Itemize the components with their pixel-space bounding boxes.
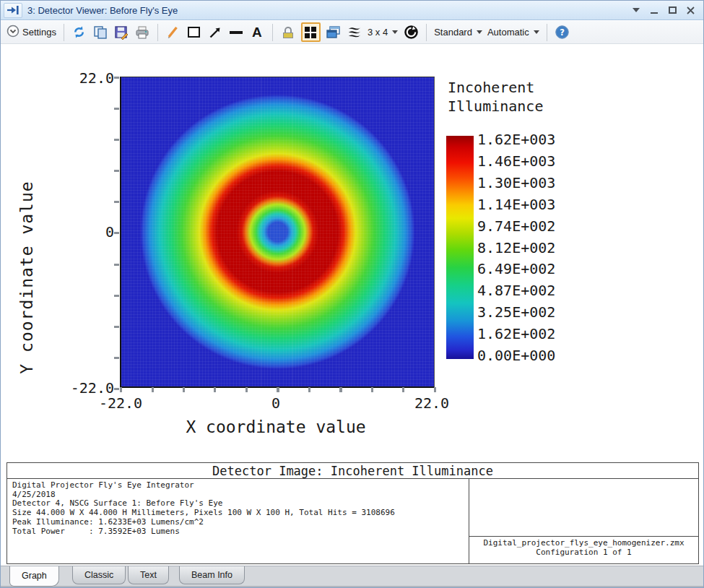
detector-info-panel: Detector Image: Incoherent Illuminance D… xyxy=(6,462,699,564)
save-icon[interactable] xyxy=(113,25,129,40)
automatic-label: Automatic xyxy=(487,27,529,38)
title-bar: 3: Detector Viewer: Before Fly's Eye xyxy=(1,1,703,20)
info-right-cell: Digital_projector_flys_eye_homogenizer.z… xyxy=(469,479,698,563)
toolbar: Settings xyxy=(1,21,703,44)
automatic-dropdown[interactable]: Automatic xyxy=(487,27,539,38)
tab-classic[interactable]: Classic xyxy=(72,566,126,584)
colorbar-label: 1.14E+003 xyxy=(477,197,555,212)
configuration-box: Digital_projector_flys_eye_homogenizer.z… xyxy=(469,536,698,563)
info-text-block: Digital Projector Fly's Eye Integrator 4… xyxy=(7,479,469,563)
grid-size-label: 3 x 4 xyxy=(368,27,388,38)
x-tick-label: -22.0 xyxy=(92,395,149,411)
legend-title-line1: Incoherent xyxy=(448,78,543,97)
settings-label: Settings xyxy=(22,27,56,38)
colorbar-label: 0.00E+000 xyxy=(477,348,555,363)
svg-text:?: ? xyxy=(560,27,565,38)
colorbar-label: 9.74E+002 xyxy=(477,219,555,234)
window-title: 3: Detector Viewer: Before Fly's Eye xyxy=(27,5,178,16)
settings-expander-icon xyxy=(6,25,19,40)
detector-viewer-window: 3: Detector Viewer: Before Fly's Eye Set… xyxy=(0,0,704,588)
grid-size-dropdown[interactable]: 3 x 4 xyxy=(368,27,398,38)
standard-dropdown[interactable]: Standard xyxy=(434,27,482,38)
y-tick-label: 22.0 xyxy=(69,70,114,86)
detector-heatmap xyxy=(120,77,435,388)
colorbar-label: 1.62E+002 xyxy=(477,327,555,342)
legend-title: Incoherent Illuminance xyxy=(448,78,543,116)
info-line-peak: Peak Illuminance: 1.6233E+03 Lumens/cm^2 xyxy=(12,518,469,527)
toolbar-separator xyxy=(157,24,158,41)
toolbar-separator xyxy=(64,24,64,41)
settings-button[interactable]: Settings xyxy=(6,25,56,40)
legend-title-line2: Illuminance xyxy=(448,97,543,116)
colorbar xyxy=(446,136,474,359)
tab-graph[interactable]: Graph xyxy=(9,566,59,587)
layers-icon[interactable] xyxy=(347,25,362,40)
info-line-power: Total Power : 7.3592E+03 Lumens xyxy=(12,527,469,537)
colorbar-label: 6.49E+002 xyxy=(477,261,555,277)
x-axis-title: X coordinate value xyxy=(186,418,365,436)
minimize-icon[interactable] xyxy=(648,4,660,16)
y-axis-title: Y coordinate value xyxy=(17,181,36,373)
print-icon[interactable] xyxy=(134,25,150,40)
info-panel-header: Detector Image: Incoherent Illuminance xyxy=(7,463,698,479)
line-icon[interactable] xyxy=(228,25,244,40)
toolbar-separator xyxy=(547,24,547,41)
colorbar-label: 3.25E+002 xyxy=(477,305,555,320)
colorbar-label: 1.46E+003 xyxy=(477,154,555,169)
text-icon[interactable]: A xyxy=(249,25,265,40)
x-tick-label: 0 xyxy=(247,395,305,411)
help-icon[interactable]: ? xyxy=(555,25,570,40)
quad-view-icon[interactable] xyxy=(301,22,321,42)
arrow-icon[interactable] xyxy=(207,25,223,40)
config-number: Configuration 1 of 1 xyxy=(469,548,698,558)
info-line-size: Size 44.000 W X 44.000 H Millimeters, Pi… xyxy=(12,509,469,518)
refresh-icon[interactable] xyxy=(71,25,87,40)
colorbar-label: 1.62E+003 xyxy=(477,132,555,147)
colorbar-label: 1.30E+003 xyxy=(477,176,555,191)
x-axis-ticks xyxy=(120,387,436,392)
colorbar-label: 8.12E+002 xyxy=(477,241,555,256)
chevron-down-icon xyxy=(477,30,482,34)
chevron-down-icon xyxy=(392,30,398,34)
window-controls xyxy=(630,4,703,16)
toolbar-separator xyxy=(426,24,427,41)
rectangle-icon[interactable] xyxy=(186,25,202,40)
detector-viewer-icon xyxy=(4,3,22,18)
chevron-down-icon[interactable] xyxy=(630,4,642,16)
chevron-down-icon xyxy=(534,30,539,34)
y-axis-ticks xyxy=(114,77,119,390)
y-tick-label: -22.0 xyxy=(69,380,114,396)
graph-area: Y coordinate value 22.0 0 -22.0 -22.0 0 … xyxy=(1,45,704,461)
maximize-icon[interactable] xyxy=(666,4,678,16)
tab-beam-info[interactable]: Beam Info xyxy=(179,566,245,584)
tab-text[interactable]: Text xyxy=(128,566,169,584)
lock-icon[interactable] xyxy=(280,25,296,40)
colorbar-label: 4.87E+002 xyxy=(477,283,555,298)
cascade-windows-icon[interactable] xyxy=(326,25,342,40)
toolbar-separator xyxy=(272,24,273,41)
close-icon[interactable] xyxy=(685,4,696,16)
info-line-title: Digital Projector Fly's Eye Integrator xyxy=(12,481,469,490)
clock-refresh-icon[interactable] xyxy=(403,25,419,40)
x-tick-label: 22.0 xyxy=(403,395,461,411)
pencil-icon[interactable] xyxy=(165,25,181,40)
copy-icon[interactable] xyxy=(92,25,108,40)
y-tick-label: 0 xyxy=(69,224,114,240)
standard-label: Standard xyxy=(434,27,472,38)
info-panel-body: Digital Projector Fly's Eye Integrator 4… xyxy=(7,479,698,563)
config-file-name: Digital_projector_flys_eye_homogenizer.z… xyxy=(469,539,698,548)
view-tab-bar: Graph Classic Text Beam Info xyxy=(1,566,703,588)
